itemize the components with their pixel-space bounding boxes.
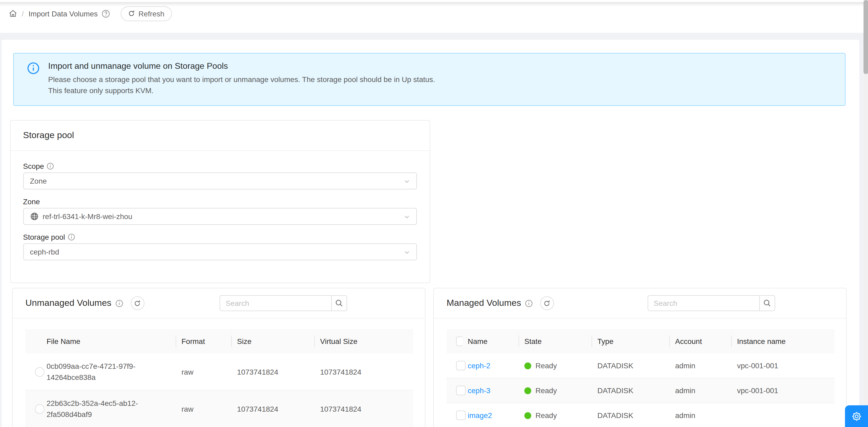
- storage-pool-card-header: Storage pool: [10, 121, 430, 151]
- volume-name-link[interactable]: image2: [468, 411, 492, 420]
- account-cell: admin: [670, 354, 732, 378]
- unmanaged-search-button[interactable]: [331, 295, 347, 311]
- refresh-icon: [134, 300, 141, 307]
- storage-pool-card: Storage pool Scope Zone: [10, 120, 430, 283]
- column-header-file-name[interactable]: File Name: [41, 329, 176, 354]
- zone-field: Zone ref-trl-6341-k-Mr8-wei-zhou: [23, 197, 417, 225]
- chevron-down-icon: [404, 249, 410, 255]
- chevron-down-icon: [404, 214, 410, 220]
- status-dot-icon: [524, 362, 531, 369]
- managed-volumes-table: Name State Type Account Instance name ce…: [446, 329, 834, 427]
- zone-select-value: ref-trl-6341-k-Mr8-wei-zhou: [42, 212, 132, 221]
- zone-select[interactable]: ref-trl-6341-k-Mr8-wei-zhou: [23, 208, 417, 225]
- storage-pool-select-value: ceph-rbd: [30, 248, 59, 256]
- breadcrumb-bar: / Import Data Volumes Refresh: [0, 0, 863, 33]
- file-name-cell: 22b63c2b-352a-4ec5-ab12-2fa508d4baf9: [46, 398, 146, 420]
- unmanaged-volumes-card: Unmanaged Volumes: [12, 288, 425, 427]
- virtual-size-cell: 1073741824: [315, 354, 413, 390]
- banner-description-2: This feature only supports KVM.: [48, 85, 845, 96]
- account-cell: admin: [670, 403, 732, 427]
- volume-name-link[interactable]: ceph-3: [468, 386, 491, 395]
- column-header-type[interactable]: Type: [592, 329, 670, 354]
- managed-search-input[interactable]: [647, 295, 759, 311]
- storage-pool-label: Storage pool: [23, 232, 65, 242]
- table-row[interactable]: image2 Ready DATADISK admin: [446, 403, 834, 427]
- info-circle-icon[interactable]: [46, 162, 54, 170]
- storage-pool-card-title: Storage pool: [23, 130, 74, 141]
- table-row[interactable]: 22b63c2b-352a-4ec5-ab12-2fa508d4baf9 raw…: [25, 390, 413, 427]
- column-header-name[interactable]: Name: [462, 329, 519, 354]
- search-icon: [763, 299, 771, 307]
- zone-label: Zone: [23, 197, 40, 206]
- column-header-size[interactable]: Size: [232, 329, 315, 354]
- volume-name-link[interactable]: ceph-2: [468, 361, 491, 370]
- select-all-column-header: [446, 329, 462, 354]
- unmanaged-volumes-title: Unmanaged Volumes: [25, 298, 112, 308]
- banner-body: Import and unmanage volume on Storage Po…: [48, 60, 845, 96]
- scrollbar-track[interactable]: [863, 0, 868, 427]
- question-circle-icon[interactable]: [101, 9, 110, 18]
- account-cell: admin: [670, 378, 732, 403]
- globe-icon: [30, 212, 38, 221]
- column-header-virtual-size[interactable]: Virtual Size: [315, 329, 413, 354]
- scope-select[interactable]: Zone: [23, 173, 417, 189]
- type-cell: DATADISK: [592, 354, 670, 378]
- table-header-row: Name State Type Account Instance name: [446, 329, 834, 354]
- scope-select-value: Zone: [30, 177, 47, 185]
- unmanaged-volumes-table: File Name Format Size Virtual Size 0cb09…: [25, 329, 413, 427]
- table-row[interactable]: ceph-2 Ready DATADISK admin vpc-001-001: [446, 354, 834, 378]
- banner-description-1: Please choose a storage pool that you wa…: [48, 74, 845, 85]
- size-cell: 1073741824: [232, 390, 315, 427]
- refresh-icon: [128, 10, 135, 17]
- refresh-button[interactable]: Refresh: [120, 6, 172, 21]
- scope-label: Scope: [23, 161, 44, 171]
- column-header-instance-name[interactable]: Instance name: [732, 329, 834, 354]
- managed-volumes-header: Managed Volumes: [434, 288, 846, 318]
- info-circle-icon: [27, 62, 40, 74]
- managed-search: [647, 295, 775, 311]
- breadcrumb-current: Import Data Volumes: [29, 9, 98, 18]
- table-row[interactable]: 0cb099aa-cc7e-4721-97f9-14264bce838a raw…: [25, 354, 413, 390]
- unmanaged-search: [219, 295, 347, 311]
- managed-search-button[interactable]: [759, 295, 775, 311]
- gear-icon: [850, 410, 862, 422]
- unmanaged-refresh-button[interactable]: [130, 296, 144, 310]
- instance-name-cell: [732, 403, 834, 427]
- managed-volumes-title: Managed Volumes: [446, 298, 521, 308]
- info-circle-icon[interactable]: [525, 299, 533, 307]
- scope-field: Scope Zone: [23, 161, 417, 189]
- import-data-volumes-page: / Import Data Volumes Refresh: [0, 0, 868, 427]
- format-cell: raw: [176, 390, 232, 427]
- state-label: Ready: [535, 386, 557, 395]
- refresh-label: Refresh: [138, 9, 164, 18]
- unmanaged-volumes-header: Unmanaged Volumes: [13, 288, 425, 318]
- info-banner: Import and unmanage volume on Storage Po…: [13, 53, 845, 106]
- status-dot-icon: [524, 412, 531, 419]
- settings-fab-button[interactable]: [845, 405, 868, 427]
- state-label: Ready: [535, 361, 557, 370]
- refresh-icon: [544, 300, 551, 307]
- table-row[interactable]: ceph-3 Ready DATADISK admin vpc-001-001: [446, 378, 834, 403]
- column-header-state[interactable]: State: [519, 329, 592, 354]
- info-circle-icon[interactable]: [115, 299, 123, 307]
- state-cell: Ready: [519, 354, 592, 378]
- storage-pool-select[interactable]: ceph-rbd: [23, 243, 417, 260]
- type-cell: DATADISK: [592, 403, 670, 427]
- chevron-down-icon: [404, 178, 410, 185]
- column-header-account[interactable]: Account: [670, 329, 732, 354]
- breadcrumb-separator: /: [22, 9, 24, 18]
- virtual-size-cell: 1073741824: [315, 390, 413, 427]
- info-circle-icon[interactable]: [68, 233, 75, 241]
- instance-name-cell: vpc-001-001: [732, 378, 834, 403]
- scrollbar-thumb[interactable]: [863, 0, 868, 74]
- breadcrumb: / Import Data Volumes Refresh: [8, 0, 172, 27]
- storage-pool-form: Scope Zone: [10, 151, 430, 260]
- type-cell: DATADISK: [592, 378, 670, 403]
- managed-refresh-button[interactable]: [540, 296, 554, 310]
- banner-title: Import and unmanage volume on Storage Po…: [48, 60, 845, 72]
- file-name-cell: 0cb099aa-cc7e-4721-97f9-14264bce838a: [46, 361, 146, 383]
- instance-name-cell: vpc-001-001: [732, 354, 834, 378]
- home-icon[interactable]: [8, 9, 18, 18]
- unmanaged-search-input[interactable]: [219, 295, 331, 311]
- column-header-format[interactable]: Format: [176, 329, 232, 354]
